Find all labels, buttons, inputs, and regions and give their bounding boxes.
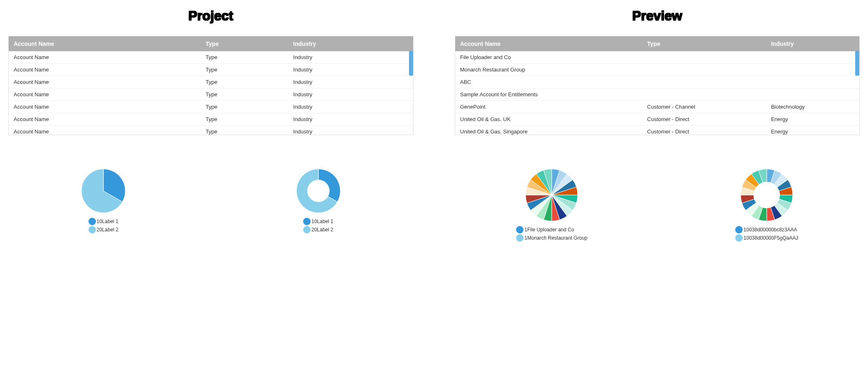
table-row[interactable]: Account NameTypeIndustry bbox=[9, 51, 413, 64]
table-header-row: Account Name Type Industry bbox=[9, 36, 413, 51]
table-cell: Account Name bbox=[9, 126, 201, 136]
table-row[interactable]: GenePointCustomer - ChannelBiotechnology bbox=[455, 101, 860, 113]
table-header-row: Account Name Type Industry bbox=[455, 36, 860, 51]
scrollbar[interactable] bbox=[409, 51, 413, 76]
legend-swatch bbox=[735, 234, 743, 242]
table-row[interactable]: Account NameTypeIndustry bbox=[9, 101, 413, 113]
table-cell: Industry bbox=[288, 113, 413, 126]
table-cell bbox=[642, 76, 766, 88]
table-row[interactable]: United Oil & Gas, UKCustomer - DirectEne… bbox=[455, 113, 860, 126]
chart-legend: 10Label 120Label 2 bbox=[88, 218, 119, 234]
table-cell: Energy bbox=[766, 126, 859, 136]
table-row[interactable]: Account NameTypeIndustry bbox=[9, 64, 413, 76]
table-cell: GenePoint bbox=[455, 101, 642, 113]
project-donut-chart: 10Label 120Label 2 bbox=[296, 168, 341, 234]
table-cell: Customer - Direct bbox=[642, 126, 766, 136]
table-cell: ABC bbox=[455, 76, 642, 88]
pie-chart-svg[interactable] bbox=[81, 168, 126, 214]
legend-swatch bbox=[735, 226, 743, 233]
pie-chart-svg[interactable] bbox=[525, 168, 579, 222]
chart-legend: 1File Uploader and Co1Monarch Restaurant… bbox=[516, 226, 587, 243]
table-cell: Account Name bbox=[9, 113, 201, 126]
table-cell: Type bbox=[201, 51, 288, 64]
table-row[interactable]: Account NameTypeIndustry bbox=[9, 88, 413, 101]
project-table: Account Name Type Industry Account NameT… bbox=[9, 36, 413, 135]
project-table-wrapper[interactable]: Account Name Type Industry Account NameT… bbox=[8, 36, 414, 135]
table-cell bbox=[766, 76, 859, 88]
table-cell: Account Name bbox=[9, 51, 201, 64]
project-pie-chart: 10Label 120Label 2 bbox=[81, 168, 126, 234]
donut-chart-svg[interactable] bbox=[296, 168, 341, 214]
legend-label: 1Monarch Restaurant Group bbox=[524, 235, 587, 241]
col-account-name[interactable]: Account Name bbox=[9, 36, 201, 51]
project-charts-row: 10Label 120Label 2 10Label 120Label 2 bbox=[8, 168, 414, 234]
legend-item[interactable]: 10038d00000bc8z3AAA bbox=[735, 226, 798, 233]
table-cell: Account Name bbox=[9, 64, 201, 76]
table-cell bbox=[766, 64, 859, 76]
legend-item[interactable]: 1File Uploader and Co bbox=[516, 226, 587, 233]
preview-table-wrapper[interactable]: Account Name Type Industry File Uploader… bbox=[455, 36, 860, 135]
legend-swatch bbox=[303, 226, 311, 233]
table-cell: Industry bbox=[288, 64, 413, 76]
col-type[interactable]: Type bbox=[642, 36, 766, 51]
table-cell bbox=[642, 51, 766, 64]
table-cell: Type bbox=[201, 64, 288, 76]
col-industry[interactable]: Industry bbox=[766, 36, 859, 51]
table-cell bbox=[766, 51, 859, 64]
chart-legend: 10038d00000bc8z3AAA10038d00000F5gQaAAJ bbox=[735, 226, 798, 243]
table-cell: Type bbox=[201, 88, 288, 101]
table-row[interactable]: United Oil & Gas, SingaporeCustomer - Di… bbox=[455, 126, 860, 136]
table-cell bbox=[642, 88, 766, 101]
table-cell: Industry bbox=[288, 76, 413, 88]
table-cell: Type bbox=[201, 76, 288, 88]
table-row[interactable]: File Uploader and Co bbox=[455, 51, 860, 64]
legend-label: 10038d00000bc8z3AAA bbox=[744, 227, 797, 233]
table-cell bbox=[766, 88, 859, 101]
scrollbar[interactable] bbox=[855, 51, 859, 76]
preview-pie-chart: 1File Uploader and Co1Monarch Restaurant… bbox=[516, 168, 587, 243]
col-industry[interactable]: Industry bbox=[288, 36, 413, 51]
col-type[interactable]: Type bbox=[201, 36, 288, 51]
legend-item[interactable]: 1Monarch Restaurant Group bbox=[516, 234, 587, 242]
table-row[interactable]: Monarch Restaurant Group bbox=[455, 64, 860, 76]
legend-label: 20Label 2 bbox=[97, 227, 119, 233]
table-row[interactable]: Sample Account for Entitlements bbox=[455, 88, 860, 101]
table-cell: Industry bbox=[288, 88, 413, 101]
preview-title: Preview bbox=[455, 8, 860, 24]
table-cell: Industry bbox=[288, 101, 413, 113]
legend-item[interactable]: 20Label 2 bbox=[303, 226, 333, 233]
legend-swatch bbox=[516, 234, 524, 242]
chart-legend: 10Label 120Label 2 bbox=[303, 218, 333, 234]
table-row[interactable]: Account NameTypeIndustry bbox=[9, 126, 413, 136]
table-row[interactable]: Account NameTypeIndustry bbox=[9, 113, 413, 126]
table-cell: File Uploader and Co bbox=[455, 51, 642, 64]
main-container: Project Account Name Type Industry Accou… bbox=[8, 8, 860, 243]
table-cell: United Oil & Gas, UK bbox=[455, 113, 642, 126]
legend-swatch bbox=[88, 218, 96, 225]
legend-item[interactable]: 20Label 2 bbox=[88, 226, 119, 233]
donut-chart-svg[interactable] bbox=[740, 168, 794, 222]
table-cell: Sample Account for Entitlements bbox=[455, 88, 642, 101]
table-row[interactable]: ABC bbox=[455, 76, 860, 88]
table-cell: Industry bbox=[288, 126, 413, 136]
table-cell: Energy bbox=[766, 113, 859, 126]
table-cell: Account Name bbox=[9, 88, 201, 101]
table-cell: Customer - Channel bbox=[642, 101, 766, 113]
legend-item[interactable]: 10Label 1 bbox=[303, 218, 333, 225]
project-panel: Project Account Name Type Industry Accou… bbox=[8, 8, 414, 243]
legend-swatch bbox=[516, 226, 524, 233]
legend-swatch bbox=[88, 226, 96, 233]
table-cell: Type bbox=[201, 101, 288, 113]
legend-item[interactable]: 10Label 1 bbox=[88, 218, 119, 225]
col-account-name[interactable]: Account Name bbox=[455, 36, 642, 51]
table-cell: United Oil & Gas, Singapore bbox=[455, 126, 642, 136]
table-cell: Type bbox=[201, 126, 288, 136]
legend-label: 10Label 1 bbox=[97, 219, 119, 224]
pie-slice[interactable] bbox=[318, 169, 340, 202]
table-cell: Monarch Restaurant Group bbox=[455, 64, 642, 76]
legend-swatch bbox=[303, 218, 311, 225]
preview-table: Account Name Type Industry File Uploader… bbox=[455, 36, 860, 135]
legend-item[interactable]: 10038d00000F5gQaAAJ bbox=[735, 234, 798, 242]
table-row[interactable]: Account NameTypeIndustry bbox=[9, 76, 413, 88]
legend-label: 1File Uploader and Co bbox=[524, 227, 574, 233]
